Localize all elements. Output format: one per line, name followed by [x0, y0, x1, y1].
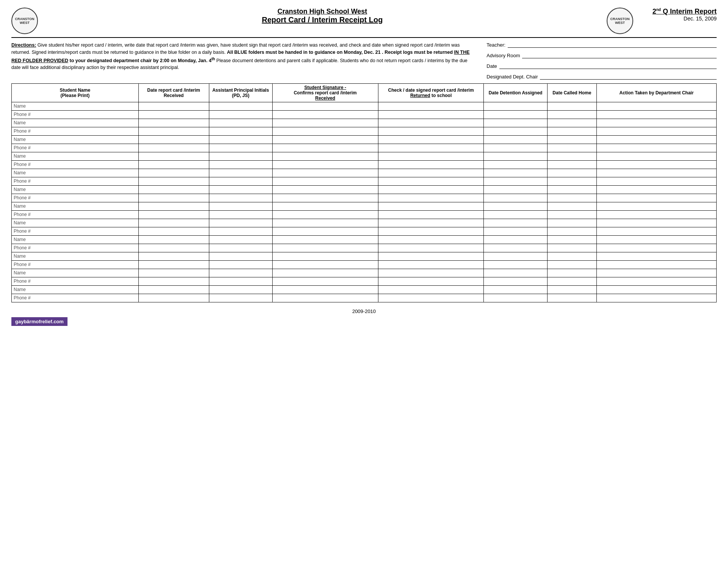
data-cell	[138, 244, 209, 252]
interim-date: Dec. 15, 2009	[633, 16, 717, 22]
data-cell	[378, 111, 484, 119]
data-cell	[547, 286, 596, 294]
data-cell	[138, 294, 209, 302]
date-underline	[499, 63, 717, 69]
phone-cell: Phone #	[12, 294, 139, 302]
data-cell	[378, 227, 484, 236]
data-cell	[272, 102, 378, 111]
phone-cell: Phone #	[12, 211, 139, 219]
student-name-cell: Name	[12, 219, 139, 227]
table-row: Name	[12, 269, 717, 277]
data-cell	[209, 136, 272, 144]
data-cell	[547, 211, 596, 219]
logo-left: CRANSTON WEST	[11, 8, 38, 34]
data-cell	[596, 111, 716, 119]
date-detention-header: Date Detention Assigned	[484, 84, 547, 102]
data-cell	[209, 286, 272, 294]
advisory-underline	[522, 52, 717, 58]
data-cell	[596, 269, 716, 277]
phone-cell: Phone #	[12, 161, 139, 169]
data-cell	[596, 161, 716, 169]
data-cell	[378, 144, 484, 152]
phone-cell: Phone #	[12, 244, 139, 252]
data-cell	[272, 236, 378, 244]
data-cell	[484, 277, 547, 286]
data-cell	[547, 194, 596, 202]
phone-cell: Phone #	[12, 277, 139, 286]
directions-bold2: to your designated department chair by 2…	[70, 58, 212, 63]
table-row: Name	[12, 119, 717, 127]
phone-cell: Phone #	[12, 177, 139, 186]
student-name-cell: Name	[12, 269, 139, 277]
table-row: Phone #	[12, 194, 717, 202]
phone-cell: Phone #	[12, 144, 139, 152]
data-cell	[209, 236, 272, 244]
data-cell	[484, 169, 547, 177]
data-cell	[272, 177, 378, 186]
data-cell	[547, 202, 596, 211]
table-row: Name	[12, 102, 717, 111]
data-cell	[138, 277, 209, 286]
phone-cell: Phone #	[12, 127, 139, 136]
data-cell	[547, 144, 596, 152]
table-body: NamePhone #NamePhone #NamePhone #NamePho…	[12, 102, 717, 302]
directions-bold1: All BLUE folders must be handed in to gu…	[227, 50, 454, 55]
table-row: Name	[12, 152, 717, 161]
data-cell	[547, 252, 596, 261]
table-row: Phone #	[12, 161, 717, 169]
table-row: Name	[12, 186, 717, 194]
data-cell	[272, 286, 378, 294]
data-cell	[547, 119, 596, 127]
data-cell	[378, 261, 484, 269]
page-wrapper: CRANSTON WEST Cranston High School West …	[11, 8, 717, 326]
data-cell	[484, 227, 547, 236]
header-center: Cranston High School West Report Card / …	[38, 8, 607, 24]
table-row: Phone #	[12, 127, 717, 136]
data-cell	[138, 236, 209, 244]
data-cell	[378, 161, 484, 169]
data-cell	[209, 211, 272, 219]
data-cell	[484, 152, 547, 161]
data-cell	[272, 261, 378, 269]
data-cell	[138, 211, 209, 219]
advisory-label: Advisory Room	[486, 53, 520, 58]
data-cell	[209, 261, 272, 269]
table-row: Phone #	[12, 144, 717, 152]
data-cell	[209, 277, 272, 286]
data-cell	[547, 244, 596, 252]
data-cell	[209, 294, 272, 302]
phone-cell: Phone #	[12, 227, 139, 236]
table-row: Name	[12, 236, 717, 244]
data-cell	[547, 227, 596, 236]
data-cell	[138, 269, 209, 277]
data-cell	[272, 127, 378, 136]
check-date-header: Check / date signed report card /interim…	[378, 84, 484, 102]
table-row: Name	[12, 252, 717, 261]
data-cell	[596, 186, 716, 194]
data-cell	[209, 202, 272, 211]
logo-right-area: CRANSTON WEST	[607, 8, 633, 34]
dept-chair-field: Designated Dept. Chair	[486, 74, 717, 80]
data-cell	[596, 169, 716, 177]
data-cell	[138, 252, 209, 261]
data-cell	[378, 169, 484, 177]
info-section: Directions: Give student his/her report …	[11, 42, 717, 80]
teacher-info-block: Teacher: Advisory Room Date Designated D…	[479, 42, 717, 80]
data-cell	[138, 144, 209, 152]
data-cell	[484, 111, 547, 119]
data-cell	[272, 227, 378, 236]
data-cell	[272, 194, 378, 202]
table-row: Name	[12, 202, 717, 211]
data-cell	[596, 294, 716, 302]
data-cell	[138, 194, 209, 202]
data-cell	[209, 111, 272, 119]
data-cell	[484, 119, 547, 127]
data-cell	[209, 177, 272, 186]
table-row: Phone #	[12, 244, 717, 252]
data-cell	[596, 194, 716, 202]
student-name-cell: Name	[12, 186, 139, 194]
teacher-field: Teacher:	[486, 42, 717, 48]
data-cell	[596, 227, 716, 236]
data-cell	[272, 219, 378, 227]
data-cell	[138, 186, 209, 194]
